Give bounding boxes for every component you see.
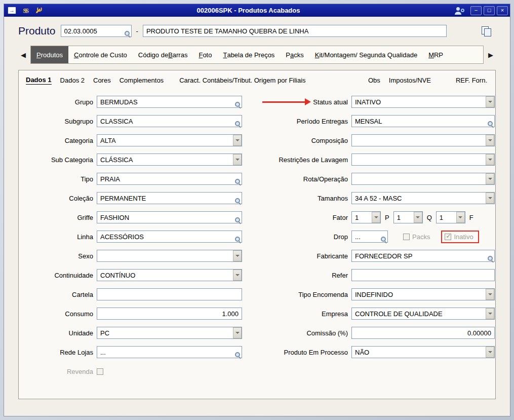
packs-checkbox[interactable] bbox=[403, 234, 410, 240]
product-code-input[interactable] bbox=[61, 25, 132, 37]
subtab-dados-2[interactable]: Dados 2 bbox=[60, 77, 85, 84]
cartela-field[interactable] bbox=[97, 288, 242, 300]
produto-em-processo-select[interactable] bbox=[351, 346, 495, 358]
dropdown-button[interactable] bbox=[486, 96, 494, 107]
consumo-field[interactable] bbox=[97, 308, 242, 320]
tab-packs[interactable]: Packs bbox=[280, 46, 309, 63]
linha-field[interactable] bbox=[97, 231, 242, 243]
close-button[interactable]: × bbox=[497, 6, 508, 15]
inativo-checkbox[interactable] bbox=[445, 234, 451, 240]
lookup-magnifier-icon[interactable] bbox=[235, 237, 241, 243]
unidade-input[interactable] bbox=[97, 327, 242, 339]
lookup-magnifier-icon[interactable] bbox=[488, 121, 494, 127]
dropdown-button[interactable] bbox=[372, 212, 380, 223]
dropdown-button[interactable] bbox=[233, 250, 242, 261]
status-atual-select[interactable] bbox=[351, 96, 495, 108]
sexo-select[interactable] bbox=[97, 250, 242, 262]
tab-kit-montagem-segunda-qualidade[interactable]: Kit/Montagem/ Segunda Qualidade bbox=[309, 46, 423, 63]
dropdown-button[interactable] bbox=[486, 173, 494, 184]
lookup-magnifier-icon[interactable] bbox=[235, 352, 241, 358]
consumo-input[interactable] bbox=[97, 308, 242, 320]
tamanhos-input[interactable] bbox=[351, 192, 495, 204]
maximize-button[interactable]: □ bbox=[484, 6, 495, 15]
fator-q-select[interactable] bbox=[436, 211, 465, 223]
dropdown-button[interactable] bbox=[456, 212, 465, 223]
tab-scroll-left-icon[interactable]: ◀ bbox=[18, 51, 28, 59]
subtab-cores[interactable]: Cores bbox=[93, 77, 111, 84]
restricoes-lavagem-select[interactable] bbox=[351, 154, 495, 166]
dropdown-button[interactable] bbox=[233, 327, 242, 338]
dropdown-button[interactable] bbox=[486, 154, 494, 165]
drop-field[interactable] bbox=[351, 231, 388, 243]
dropdown-button[interactable] bbox=[486, 193, 494, 204]
rede-lojas-field[interactable] bbox=[97, 346, 242, 358]
subtab-ref-forn[interactable]: REF. Forn. bbox=[456, 77, 487, 84]
empresa-input[interactable] bbox=[351, 308, 495, 320]
rota-operacao-select[interactable] bbox=[351, 173, 495, 185]
lookup-magnifier-icon[interactable] bbox=[235, 179, 241, 185]
tipo-encomenda-select[interactable] bbox=[351, 288, 495, 300]
user-search-icon[interactable] bbox=[454, 7, 464, 15]
comissao-input[interactable] bbox=[351, 327, 495, 339]
product-code-field[interactable] bbox=[61, 25, 132, 37]
fabricante-field[interactable] bbox=[351, 250, 495, 262]
composicao-select[interactable] bbox=[351, 134, 495, 146]
revenda-checkbox[interactable] bbox=[97, 368, 103, 375]
colecao-input[interactable] bbox=[97, 192, 242, 204]
product-description-field[interactable] bbox=[143, 25, 447, 37]
tamanhos-select[interactable] bbox=[351, 192, 495, 204]
periodo-entregas-field[interactable] bbox=[351, 115, 495, 127]
sexo-input[interactable] bbox=[97, 250, 242, 262]
status-atual-input[interactable] bbox=[351, 96, 495, 108]
griffe-field[interactable] bbox=[97, 211, 242, 223]
empresa-select[interactable] bbox=[351, 308, 495, 320]
categoria-select[interactable] bbox=[97, 134, 242, 146]
subtab-caract-contabeis[interactable]: Caract. Contábeis/Tribut. Origem por Fil… bbox=[179, 77, 306, 84]
grupo-field[interactable] bbox=[97, 96, 242, 108]
unidade-select[interactable] bbox=[97, 327, 242, 339]
tab-codigo-de-barras[interactable]: Código de Barras bbox=[133, 46, 193, 63]
tipo-field[interactable] bbox=[97, 173, 242, 185]
lookup-magnifier-icon[interactable] bbox=[235, 198, 241, 204]
dropdown-button[interactable] bbox=[486, 308, 494, 319]
subtab-dados-1[interactable]: Dados 1 bbox=[26, 76, 52, 85]
comissao-field[interactable] bbox=[351, 327, 495, 339]
refer-field[interactable] bbox=[351, 269, 495, 281]
griffe-input[interactable] bbox=[97, 211, 242, 223]
continuidade-input[interactable] bbox=[97, 269, 242, 281]
dropdown-button[interactable] bbox=[486, 347, 494, 358]
linha-input[interactable] bbox=[97, 231, 242, 243]
subgrupo-field[interactable] bbox=[97, 115, 242, 127]
dropdown-button[interactable] bbox=[233, 135, 242, 146]
subtab-obs[interactable]: Obs bbox=[368, 77, 380, 84]
restricoes-lavagem-input[interactable] bbox=[351, 154, 495, 166]
produto-em-processo-input[interactable] bbox=[351, 346, 495, 358]
grupo-input[interactable] bbox=[97, 96, 242, 108]
dropdown-button[interactable] bbox=[233, 270, 242, 281]
copy-icon[interactable] bbox=[482, 26, 491, 36]
fator-p-select[interactable] bbox=[393, 211, 423, 223]
lookup-magnifier-icon[interactable] bbox=[235, 102, 241, 108]
dropdown-button[interactable] bbox=[414, 212, 422, 223]
fator-select[interactable] bbox=[351, 211, 381, 223]
tab-foto[interactable]: Foto bbox=[193, 46, 217, 63]
sub-categoria-input[interactable] bbox=[97, 154, 242, 166]
colecao-field[interactable] bbox=[97, 192, 242, 204]
subtab-complementos[interactable]: Complementos bbox=[120, 77, 164, 84]
rede-lojas-input[interactable] bbox=[97, 346, 242, 358]
sub-categoria-select[interactable] bbox=[97, 154, 242, 166]
product-description-input[interactable] bbox=[143, 25, 447, 37]
tab-tabela-de-precos[interactable]: Tabela de Preços bbox=[217, 46, 280, 63]
dropdown-button[interactable] bbox=[486, 135, 494, 146]
minimize-button[interactable]: − bbox=[470, 6, 482, 15]
tipo-encomenda-input[interactable] bbox=[351, 288, 495, 300]
categoria-input[interactable] bbox=[97, 134, 242, 146]
tab-controle-de-custo[interactable]: Controle de Custo bbox=[68, 46, 133, 63]
continuidade-select[interactable] bbox=[97, 269, 242, 281]
exit-icon[interactable]: → bbox=[8, 7, 16, 14]
fabricante-input[interactable] bbox=[351, 250, 495, 262]
periodo-entregas-input[interactable] bbox=[351, 115, 495, 127]
tab-mrp[interactable]: MRP bbox=[423, 46, 449, 63]
wrench-icon[interactable] bbox=[34, 7, 43, 14]
dropdown-button[interactable] bbox=[233, 154, 242, 165]
